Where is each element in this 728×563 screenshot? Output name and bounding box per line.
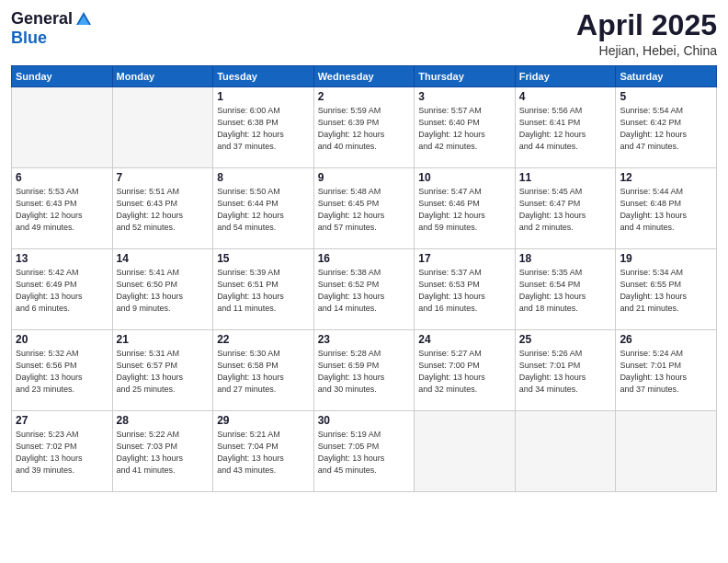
calendar-day-cell: 17Sunrise: 5:37 AM Sunset: 6:53 PM Dayli… xyxy=(415,249,516,330)
day-number: 19 xyxy=(620,252,712,265)
day-number: 25 xyxy=(519,333,612,346)
calendar: SundayMondayTuesdayWednesdayThursdayFrid… xyxy=(11,65,717,492)
day-info: Sunrise: 5:57 AM Sunset: 6:40 PM Dayligh… xyxy=(418,105,511,153)
day-info: Sunrise: 5:41 AM Sunset: 6:50 PM Dayligh… xyxy=(117,267,210,315)
day-number: 6 xyxy=(16,171,108,184)
calendar-day-cell: 8Sunrise: 5:50 AM Sunset: 6:44 PM Daylig… xyxy=(213,168,314,249)
day-info: Sunrise: 5:26 AM Sunset: 7:01 PM Dayligh… xyxy=(519,348,612,396)
calendar-day-cell: 10Sunrise: 5:47 AM Sunset: 6:46 PM Dayli… xyxy=(415,168,516,249)
calendar-day-cell: 30Sunrise: 5:19 AM Sunset: 7:05 PM Dayli… xyxy=(313,411,415,492)
day-number: 23 xyxy=(318,333,411,346)
day-number: 14 xyxy=(117,252,210,265)
day-info: Sunrise: 5:39 AM Sunset: 6:51 PM Dayligh… xyxy=(217,267,310,315)
day-number: 10 xyxy=(418,171,511,184)
calendar-day-cell: 3Sunrise: 5:57 AM Sunset: 6:40 PM Daylig… xyxy=(415,87,516,168)
calendar-day-cell: 15Sunrise: 5:39 AM Sunset: 6:51 PM Dayli… xyxy=(213,249,314,330)
day-number: 9 xyxy=(318,171,411,184)
calendar-day-cell xyxy=(12,87,113,168)
day-info: Sunrise: 5:44 AM Sunset: 6:48 PM Dayligh… xyxy=(620,186,712,234)
calendar-day-cell: 4Sunrise: 5:56 AM Sunset: 6:41 PM Daylig… xyxy=(515,87,616,168)
day-info: Sunrise: 5:35 AM Sunset: 6:54 PM Dayligh… xyxy=(519,267,612,315)
day-info: Sunrise: 5:38 AM Sunset: 6:52 PM Dayligh… xyxy=(318,267,411,315)
day-number: 21 xyxy=(117,333,210,346)
day-info: Sunrise: 5:22 AM Sunset: 7:03 PM Dayligh… xyxy=(117,429,210,477)
calendar-day-cell: 16Sunrise: 5:38 AM Sunset: 6:52 PM Dayli… xyxy=(313,249,415,330)
weekday-header: Monday xyxy=(112,66,213,87)
day-info: Sunrise: 5:24 AM Sunset: 7:01 PM Dayligh… xyxy=(620,348,712,396)
day-number: 11 xyxy=(519,171,612,184)
day-number: 27 xyxy=(16,414,108,427)
day-info: Sunrise: 5:21 AM Sunset: 7:04 PM Dayligh… xyxy=(217,429,310,477)
day-number: 13 xyxy=(16,252,108,265)
day-number: 4 xyxy=(519,90,612,103)
day-info: Sunrise: 5:47 AM Sunset: 6:46 PM Dayligh… xyxy=(418,186,511,234)
logo-icon xyxy=(74,10,93,29)
day-number: 12 xyxy=(620,171,712,184)
day-number: 29 xyxy=(217,414,310,427)
day-info: Sunrise: 5:31 AM Sunset: 6:57 PM Dayligh… xyxy=(117,348,210,396)
calendar-day-cell: 23Sunrise: 5:28 AM Sunset: 6:59 PM Dayli… xyxy=(313,330,415,411)
calendar-day-cell: 20Sunrise: 5:32 AM Sunset: 6:56 PM Dayli… xyxy=(12,330,113,411)
day-info: Sunrise: 5:50 AM Sunset: 6:44 PM Dayligh… xyxy=(217,186,310,234)
day-info: Sunrise: 5:34 AM Sunset: 6:55 PM Dayligh… xyxy=(620,267,712,315)
weekday-header-row: SundayMondayTuesdayWednesdayThursdayFrid… xyxy=(12,66,717,87)
day-number: 17 xyxy=(418,252,511,265)
calendar-day-cell: 18Sunrise: 5:35 AM Sunset: 6:54 PM Dayli… xyxy=(515,249,616,330)
day-number: 8 xyxy=(217,171,310,184)
calendar-day-cell: 25Sunrise: 5:26 AM Sunset: 7:01 PM Dayli… xyxy=(515,330,616,411)
day-number: 5 xyxy=(620,90,712,103)
calendar-day-cell: 11Sunrise: 5:45 AM Sunset: 6:47 PM Dayli… xyxy=(515,168,616,249)
day-number: 22 xyxy=(217,333,310,346)
day-number: 24 xyxy=(418,333,511,346)
day-info: Sunrise: 5:53 AM Sunset: 6:43 PM Dayligh… xyxy=(16,186,108,234)
weekday-header: Wednesday xyxy=(313,66,415,87)
day-info: Sunrise: 5:19 AM Sunset: 7:05 PM Dayligh… xyxy=(318,429,411,477)
calendar-day-cell: 1Sunrise: 6:00 AM Sunset: 6:38 PM Daylig… xyxy=(213,87,314,168)
header: General Blue April 2025 Hejian, Hebei, C… xyxy=(11,9,717,58)
logo: General Blue xyxy=(11,9,93,48)
day-info: Sunrise: 5:56 AM Sunset: 6:41 PM Dayligh… xyxy=(519,105,612,153)
calendar-day-cell xyxy=(415,411,516,492)
day-number: 30 xyxy=(318,414,411,427)
calendar-day-cell: 29Sunrise: 5:21 AM Sunset: 7:04 PM Dayli… xyxy=(213,411,314,492)
calendar-day-cell: 5Sunrise: 5:54 AM Sunset: 6:42 PM Daylig… xyxy=(616,87,717,168)
day-number: 1 xyxy=(217,90,310,103)
day-info: Sunrise: 5:32 AM Sunset: 6:56 PM Dayligh… xyxy=(16,348,108,396)
day-info: Sunrise: 5:48 AM Sunset: 6:45 PM Dayligh… xyxy=(318,186,411,234)
day-number: 26 xyxy=(620,333,712,346)
day-info: Sunrise: 5:28 AM Sunset: 6:59 PM Dayligh… xyxy=(318,348,411,396)
logo-blue: Blue xyxy=(11,29,47,48)
calendar-week-row: 13Sunrise: 5:42 AM Sunset: 6:49 PM Dayli… xyxy=(12,249,717,330)
title-block: April 2025 Hejian, Hebei, China xyxy=(576,9,717,58)
calendar-week-row: 20Sunrise: 5:32 AM Sunset: 6:56 PM Dayli… xyxy=(12,330,717,411)
calendar-week-row: 27Sunrise: 5:23 AM Sunset: 7:02 PM Dayli… xyxy=(12,411,717,492)
calendar-day-cell: 7Sunrise: 5:51 AM Sunset: 6:43 PM Daylig… xyxy=(112,168,213,249)
weekday-header: Sunday xyxy=(12,66,113,87)
month-title: April 2025 xyxy=(576,9,717,41)
day-info: Sunrise: 5:23 AM Sunset: 7:02 PM Dayligh… xyxy=(16,429,108,477)
calendar-day-cell: 26Sunrise: 5:24 AM Sunset: 7:01 PM Dayli… xyxy=(616,330,717,411)
weekday-header: Friday xyxy=(515,66,616,87)
calendar-day-cell: 28Sunrise: 5:22 AM Sunset: 7:03 PM Dayli… xyxy=(112,411,213,492)
day-number: 7 xyxy=(117,171,210,184)
calendar-day-cell: 27Sunrise: 5:23 AM Sunset: 7:02 PM Dayli… xyxy=(12,411,113,492)
calendar-day-cell: 22Sunrise: 5:30 AM Sunset: 6:58 PM Dayli… xyxy=(213,330,314,411)
calendar-week-row: 1Sunrise: 6:00 AM Sunset: 6:38 PM Daylig… xyxy=(12,87,717,168)
page-container: General Blue April 2025 Hejian, Hebei, C… xyxy=(0,0,728,563)
calendar-day-cell: 2Sunrise: 5:59 AM Sunset: 6:39 PM Daylig… xyxy=(313,87,415,168)
day-info: Sunrise: 5:30 AM Sunset: 6:58 PM Dayligh… xyxy=(217,348,310,396)
day-info: Sunrise: 5:59 AM Sunset: 6:39 PM Dayligh… xyxy=(318,105,411,153)
day-info: Sunrise: 5:45 AM Sunset: 6:47 PM Dayligh… xyxy=(519,186,612,234)
weekday-header: Tuesday xyxy=(213,66,314,87)
calendar-day-cell xyxy=(616,411,717,492)
day-info: Sunrise: 6:00 AM Sunset: 6:38 PM Dayligh… xyxy=(217,105,310,153)
calendar-day-cell xyxy=(515,411,616,492)
day-number: 3 xyxy=(418,90,511,103)
calendar-day-cell: 6Sunrise: 5:53 AM Sunset: 6:43 PM Daylig… xyxy=(12,168,113,249)
calendar-day-cell: 21Sunrise: 5:31 AM Sunset: 6:57 PM Dayli… xyxy=(112,330,213,411)
calendar-week-row: 6Sunrise: 5:53 AM Sunset: 6:43 PM Daylig… xyxy=(12,168,717,249)
weekday-header: Thursday xyxy=(415,66,516,87)
day-number: 20 xyxy=(16,333,108,346)
day-number: 16 xyxy=(318,252,411,265)
calendar-day-cell: 13Sunrise: 5:42 AM Sunset: 6:49 PM Dayli… xyxy=(12,249,113,330)
